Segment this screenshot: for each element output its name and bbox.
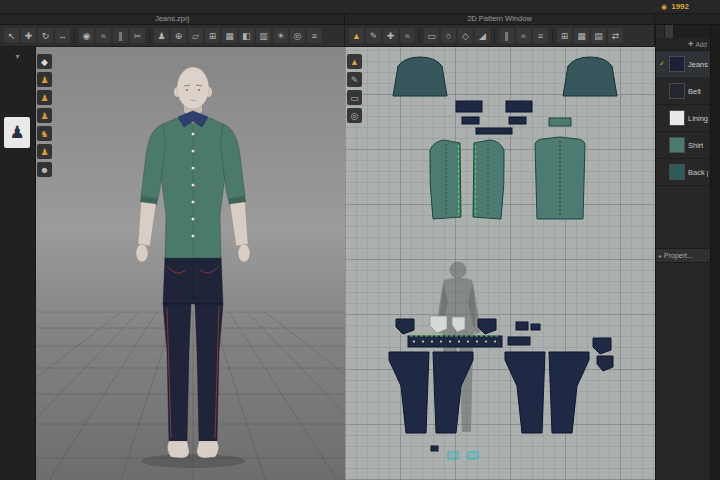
pattern-cuff-left[interactable] [456, 101, 482, 112]
add-label[interactable]: Add [695, 41, 707, 48]
pattern-yoke[interactable] [549, 118, 571, 126]
gizmo-icon[interactable]: ⊕ [171, 28, 186, 43]
camera-icon[interactable]: ◎ [290, 28, 305, 43]
rect-pattern-icon[interactable]: ▭ [424, 28, 439, 43]
pattern-fly[interactable] [431, 446, 438, 451]
pattern-belt-loop-2[interactable] [531, 324, 540, 330]
fabric-row-back-patch[interactable]: Back pat... [656, 159, 710, 186]
add-pattern-icon[interactable]: ▭ [347, 90, 362, 105]
separator[interactable] [419, 29, 420, 43]
fabric-row-belt[interactable]: Belt [656, 78, 710, 105]
fabric-add-row: ✚ Add [656, 38, 710, 51]
measure-icon[interactable]: ≡ [533, 28, 548, 43]
library-strip: ▾ ♟ [0, 47, 36, 480]
pattern-back-pocket-2[interactable] [597, 356, 613, 371]
viewport-title-bar: Jeans.zprj 2D Pattern Window [0, 13, 720, 25]
free-sewing-icon[interactable]: ≈ [516, 28, 531, 43]
fabric-row-lining[interactable]: Lining [656, 105, 710, 132]
scale-tool-icon[interactable]: ↔ [55, 28, 70, 43]
fabric-row-jeans[interactable]: ✓ Jeans [656, 51, 710, 78]
fabric-row-shirt[interactable]: Shirt [656, 132, 710, 159]
sewing-tool-icon[interactable]: ≈ [96, 28, 111, 43]
grid-toggle-icon[interactable]: ⊞ [205, 28, 220, 43]
fabric-name: Lining [688, 114, 708, 123]
pattern-pocket-lining-1[interactable] [430, 316, 447, 333]
polygon-pattern-icon[interactable]: ◇ [458, 28, 473, 43]
pattern-sleeve-right[interactable] [563, 57, 617, 96]
avatar-toggle-icon[interactable]: ♟ [154, 28, 169, 43]
pattern-pocket-front-left[interactable] [396, 319, 414, 334]
separator[interactable] [494, 29, 495, 43]
show-grid-icon[interactable]: ⊞ [557, 28, 572, 43]
chevron-icon: ▸ [659, 252, 662, 259]
separator[interactable] [552, 29, 553, 43]
pattern-sleeve-left[interactable] [393, 57, 447, 96]
settings-icon[interactable]: ≡ [307, 28, 322, 43]
add-point-icon[interactable]: ✚ [383, 28, 398, 43]
viewport-2d-pattern[interactable]: ▲✎▭◎ [345, 47, 656, 480]
pattern-collar[interactable] [476, 128, 512, 134]
texture-view-icon[interactable]: ▦ [222, 28, 237, 43]
avatar-icon[interactable]: ♟ [37, 72, 52, 87]
pattern-label-1[interactable] [448, 452, 458, 459]
side-toolbar-2d: ▲✎▭◎ [347, 54, 362, 123]
arrange-icon[interactable]: ▤ [591, 28, 606, 43]
pattern-leg-back-right[interactable] [549, 352, 589, 433]
tab-fabric[interactable] [665, 25, 674, 38]
light-icon[interactable]: ☀ [273, 28, 288, 43]
zoom-icon[interactable]: ◎ [347, 108, 362, 123]
pattern-back-pocket-1[interactable] [593, 338, 611, 354]
avatar-shoes-icon[interactable]: ♞ [37, 126, 52, 141]
pattern-cuff-right[interactable] [506, 101, 532, 112]
avatar-pose-icon[interactable]: ♟ [37, 90, 52, 105]
segment-sew-icon[interactable]: ∥ [113, 28, 128, 43]
pattern-label-2[interactable] [468, 452, 478, 459]
shading-icon[interactable]: ◧ [239, 28, 254, 43]
edit-pattern-icon[interactable]: ✎ [347, 72, 362, 87]
pattern-leg-back-left[interactable] [505, 352, 545, 433]
pin-tool-icon[interactable]: ◉ [79, 28, 94, 43]
pattern-waistband-back[interactable] [508, 337, 530, 345]
curve-edit-icon[interactable]: ≈ [400, 28, 415, 43]
pattern-front-right[interactable] [473, 140, 504, 219]
scissors-icon[interactable]: ✂ [130, 28, 145, 43]
flatten-icon[interactable]: ▱ [188, 28, 203, 43]
library-icon[interactable]: ▾ [0, 52, 35, 61]
pattern-belt-loop-1[interactable] [516, 322, 528, 330]
coin-icon: ◉ [661, 0, 667, 13]
separator[interactable] [74, 29, 75, 43]
fabric-swatch [669, 83, 685, 99]
avatar-size-icon[interactable]: ♟ [37, 108, 52, 123]
garment-icon[interactable]: ◆ [37, 54, 52, 69]
tab-scene[interactable] [656, 25, 665, 38]
property-section-header[interactable]: ▸ Propert... [656, 248, 710, 263]
segment-sewing-icon[interactable]: ∥ [499, 28, 514, 43]
panel-corner-icons [655, 13, 720, 25]
transform-pattern-icon[interactable]: ▲ [347, 54, 362, 69]
edit-pattern-icon[interactable]: ✎ [366, 28, 381, 43]
fabric-name: Shirt [688, 141, 703, 150]
dart-tool-icon[interactable]: ◢ [475, 28, 490, 43]
select-tool-icon[interactable]: ↖ [4, 28, 19, 43]
sync-icon[interactable]: ⇄ [608, 28, 623, 43]
separator[interactable] [149, 29, 150, 43]
layout-grid-icon[interactable]: ▦ [574, 28, 589, 43]
toolbar-3d: ↖✚↻↔◉≈∥✂♟⊕▱⊞▦◧▥☀◎≡ [0, 25, 345, 47]
add-icon[interactable]: ✚ [688, 40, 693, 48]
circle-pattern-icon[interactable]: ○ [441, 28, 456, 43]
viewport-3d[interactable]: ◆♟♟♟♞♟☻ [35, 47, 347, 480]
avatar-hair-icon[interactable]: ♟ [37, 144, 52, 159]
pattern-leg-front-left[interactable] [389, 352, 429, 433]
fabric-swatch [669, 110, 685, 126]
rotate-tool-icon[interactable]: ↻ [38, 28, 53, 43]
pattern-placket-right[interactable] [509, 117, 526, 124]
avatar-display-icon[interactable]: ☻ [37, 162, 52, 177]
move-tool-icon[interactable]: ✚ [21, 28, 36, 43]
asset-thumbnail[interactable]: ♟ [4, 117, 30, 148]
pattern-front-left[interactable] [430, 140, 461, 219]
avatar-3d-render [35, 47, 345, 480]
pattern-placket-left[interactable] [462, 117, 479, 124]
transform-tool-icon[interactable]: ▲ [349, 28, 364, 43]
fabric-swatch [669, 56, 685, 72]
wireframe-icon[interactable]: ▥ [256, 28, 271, 43]
